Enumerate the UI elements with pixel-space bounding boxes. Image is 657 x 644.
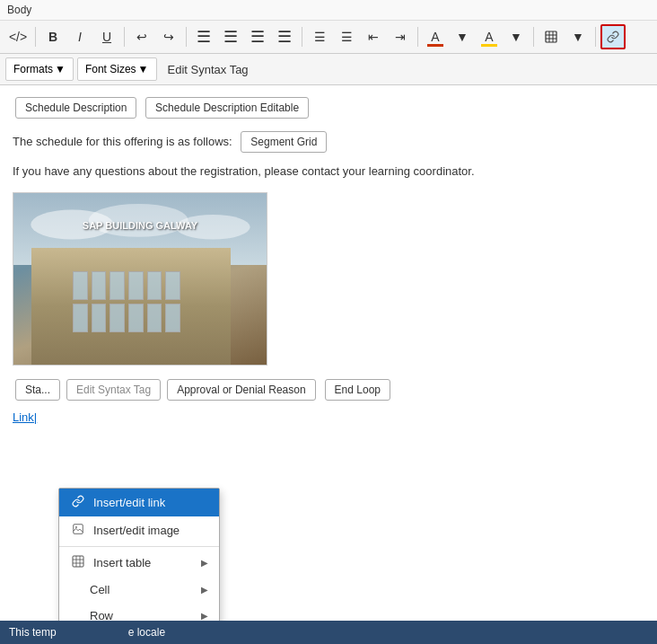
font-sizes-label: Font Sizes bbox=[85, 63, 136, 75]
edit-syntax-tag-header: Edit Syntax Tag bbox=[161, 63, 256, 76]
formats-chevron: ▼ bbox=[55, 63, 66, 75]
svg-rect-8 bbox=[74, 525, 83, 534]
content-line-2: If you have any questions about the regi… bbox=[13, 163, 644, 181]
end-loop-tag[interactable]: End Loop bbox=[325, 379, 390, 401]
window-3 bbox=[110, 271, 125, 300]
link-button[interactable] bbox=[600, 24, 626, 49]
context-menu: Insert/edit link Insert/edit image bbox=[58, 488, 220, 621]
context-menu-divider-1 bbox=[59, 546, 219, 547]
window-12 bbox=[165, 304, 180, 332]
toolbar-separator-6 bbox=[533, 27, 534, 47]
formats-dropdown[interactable]: Formats ▼ bbox=[5, 57, 74, 81]
undo-button[interactable]: ↩ bbox=[129, 24, 154, 49]
underline-button[interactable]: U bbox=[94, 24, 119, 49]
cell-label: Cell bbox=[90, 583, 110, 596]
text-color-indicator bbox=[427, 44, 443, 47]
segment-grid-tag[interactable]: Segment Grid bbox=[241, 131, 327, 153]
window-7 bbox=[73, 304, 88, 332]
row-arrow: ▶ bbox=[201, 611, 208, 621]
edit-syntax-tag-bottom: Edit Syntax Tag bbox=[66, 379, 161, 401]
svg-rect-0 bbox=[546, 31, 556, 42]
formats-label: Formats bbox=[13, 63, 53, 75]
window-2 bbox=[92, 271, 107, 300]
insert-table-content: Insert table bbox=[70, 555, 151, 570]
toolbar: </> B I U ↩ ↪ ☰ ☰ ☰ ☰ ☰ ☰ ⇤ ⇥ A ▼ A ▼ bbox=[0, 21, 657, 54]
toolbar-separator-3 bbox=[186, 27, 187, 47]
align-left-button[interactable]: ☰ bbox=[191, 24, 216, 49]
cell-arrow: ▶ bbox=[201, 585, 208, 595]
approval-denial-tag[interactable]: Approval or Denial Reason bbox=[167, 379, 315, 401]
ordered-list-button[interactable]: ☰ bbox=[334, 24, 359, 49]
window-5 bbox=[147, 271, 162, 300]
window-6 bbox=[165, 271, 180, 300]
start-tag[interactable]: Sta... bbox=[15, 379, 60, 401]
insert-table-label: Insert table bbox=[93, 556, 151, 569]
insert-link-label: Insert/edit link bbox=[93, 496, 165, 509]
align-justify-button[interactable]: ☰ bbox=[272, 24, 297, 49]
bold-button[interactable]: B bbox=[40, 24, 66, 49]
content-line-1: The schedule for this offering is as fol… bbox=[13, 128, 644, 155]
tags-row-1: Schedule Description Schedule Descriptio… bbox=[13, 94, 644, 121]
row-label: Row bbox=[90, 609, 113, 621]
formats-row: Formats ▼ Font Sizes ▼ Edit Syntax Tag bbox=[0, 54, 657, 85]
context-menu-item-row[interactable]: Row ▶ bbox=[59, 603, 219, 621]
status-bar: This temp e locale bbox=[0, 621, 657, 644]
context-menu-item-cell[interactable]: Cell ▶ bbox=[59, 577, 219, 603]
status-bar-text: This temp bbox=[9, 626, 57, 639]
insert-image-label: Insert/edit image bbox=[93, 524, 180, 537]
toolbar-separator-5 bbox=[417, 27, 418, 47]
building-image: SAP BUILDING GALWAY bbox=[13, 192, 267, 366]
schedule-description-tag[interactable]: Schedule Description bbox=[15, 97, 136, 119]
align-right-button[interactable]: ☰ bbox=[245, 24, 270, 49]
building-structure bbox=[31, 248, 231, 365]
align-center-button[interactable]: ☰ bbox=[218, 24, 243, 49]
line1-prefix: The schedule for this offering is as fol… bbox=[13, 135, 232, 148]
bg-color-button[interactable]: A bbox=[477, 24, 502, 49]
building-windows bbox=[67, 266, 186, 338]
source-code-button[interactable]: </> bbox=[5, 24, 31, 49]
link-text[interactable]: Link| bbox=[13, 410, 37, 424]
bg-color-indicator bbox=[481, 44, 497, 47]
table-dropdown[interactable]: ▼ bbox=[565, 24, 591, 49]
toolbar-separator-2 bbox=[124, 27, 125, 47]
schedule-description-editable-tag[interactable]: Schedule Description Editable bbox=[145, 97, 309, 119]
window-9 bbox=[110, 304, 125, 332]
text-color-dropdown[interactable]: ▼ bbox=[450, 24, 475, 49]
indent-more-button[interactable]: ⇥ bbox=[388, 24, 413, 49]
building-overlay: SAP BUILDING GALWAY bbox=[13, 220, 267, 231]
font-sizes-dropdown[interactable]: Font Sizes ▼ bbox=[77, 57, 157, 81]
insert-link-icon bbox=[70, 495, 86, 510]
svg-point-9 bbox=[75, 526, 77, 528]
window-11 bbox=[147, 304, 162, 332]
context-menu-item-insert-table[interactable]: Insert table ▶ bbox=[59, 549, 219, 577]
content-area[interactable]: Schedule Description Schedule Descriptio… bbox=[0, 85, 657, 621]
font-sizes-chevron: ▼ bbox=[138, 63, 149, 75]
context-menu-item-insert-link[interactable]: Insert/edit link bbox=[59, 489, 219, 516]
link-container: Link| bbox=[13, 407, 644, 424]
table-button[interactable] bbox=[539, 24, 564, 49]
redo-button[interactable]: ↪ bbox=[156, 24, 181, 49]
window-4 bbox=[128, 271, 144, 300]
status-bar-extra: e locale bbox=[128, 626, 165, 639]
editor-wrapper: Body </> B I U ↩ ↪ ☰ ☰ ☰ ☰ ☰ ☰ ⇤ ⇥ A ▼ A… bbox=[0, 0, 657, 644]
italic-button[interactable]: I bbox=[67, 24, 92, 49]
svg-rect-10 bbox=[73, 556, 83, 567]
window-10 bbox=[128, 304, 144, 332]
text-color-button[interactable]: A bbox=[423, 24, 448, 49]
toolbar-separator-7 bbox=[595, 27, 596, 47]
bullet-list-button[interactable]: ☰ bbox=[307, 24, 332, 49]
building-text-line1: SAP BUILDING GALWAY bbox=[13, 220, 267, 231]
toolbar-separator-4 bbox=[302, 27, 302, 47]
insert-table-icon bbox=[70, 555, 86, 570]
body-label: Body bbox=[0, 0, 657, 21]
window-8 bbox=[92, 304, 107, 332]
indent-less-button[interactable]: ⇤ bbox=[361, 24, 386, 49]
toolbar-separator-1 bbox=[35, 27, 36, 47]
bg-color-dropdown[interactable]: ▼ bbox=[504, 24, 529, 49]
window-1 bbox=[73, 271, 88, 300]
insert-image-icon bbox=[70, 523, 86, 538]
insert-table-arrow: ▶ bbox=[201, 558, 208, 568]
bottom-tags-row: Sta... Edit Syntax Tag Approval or Denia… bbox=[13, 376, 644, 403]
context-menu-item-insert-image[interactable]: Insert/edit image bbox=[59, 516, 219, 544]
